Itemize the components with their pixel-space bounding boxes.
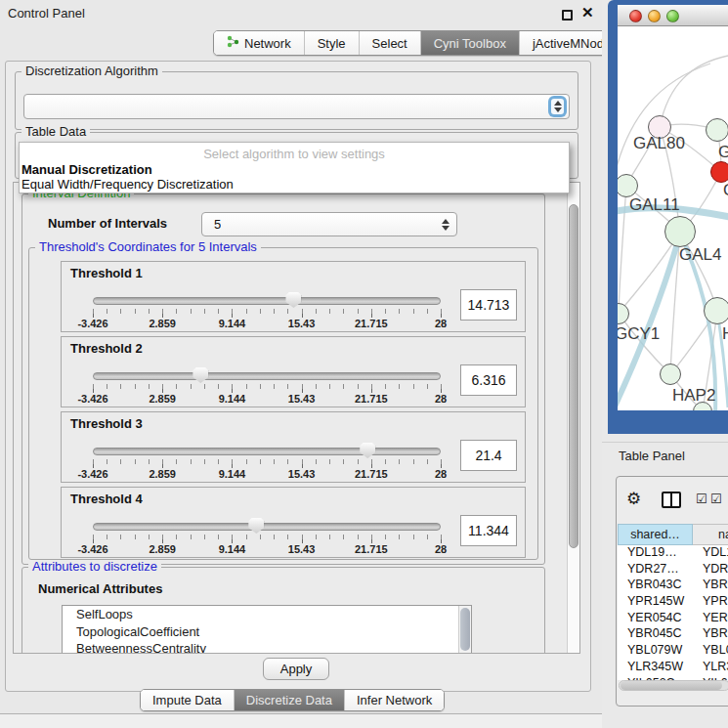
network-node-selected[interactable]: [710, 161, 728, 183]
table-row[interactable]: YLR345WYLR3: [618, 660, 728, 676]
cell-shared-name[interactable]: YDL19…: [618, 545, 693, 562]
cell-shared-name[interactable]: YBL079W: [618, 643, 693, 660]
threshold-slider-thumb[interactable]: [193, 367, 208, 383]
dropdown-option-manual-discretization[interactable]: Manual Discretization: [21, 162, 152, 177]
table-row[interactable]: YDR27…YDR2: [618, 562, 728, 578]
list-scrollbar-thumb[interactable]: [460, 608, 470, 651]
threshold-value-field[interactable]: 14.713: [460, 289, 517, 321]
threshold-row-2: Threshold 2 -3.4262.8599.14415.4321.7152…: [61, 336, 526, 407]
slider-tick-label: 9.144: [207, 318, 256, 329]
panel-divider: [602, 442, 728, 443]
combo-stepper[interactable]: [551, 99, 564, 114]
vertical-scrollbar-thumb[interactable]: [569, 204, 578, 548]
tab-infer-network[interactable]: Infer Network: [345, 690, 444, 710]
threshold-slider-thumb[interactable]: [248, 518, 264, 534]
tab-cyni-toolbox[interactable]: Cyni Toolbox: [421, 31, 520, 55]
table-row[interactable]: YBL079WYBL0: [618, 643, 728, 660]
tab-style[interactable]: Style: [305, 31, 360, 55]
table-row[interactable]: YPR145WYPR1: [618, 594, 728, 611]
network-node[interactable]: [664, 216, 696, 247]
cell-name[interactable]: YBL0: [693, 643, 728, 660]
tab-select[interactable]: Select: [360, 31, 421, 55]
cell-shared-name[interactable]: YER054C: [618, 611, 693, 627]
mac-close-icon[interactable]: [629, 10, 642, 22]
cell-name[interactable]: YDL1: [693, 545, 728, 562]
table-row[interactable]: YBR045CYBR0: [618, 626, 728, 643]
slider-tick-label: 2.859: [138, 318, 187, 329]
settings-scrollpane: Interval Definition Number of Intervals …: [13, 182, 580, 654]
threshold-slider-track[interactable]: [93, 523, 441, 531]
number-of-intervals-label: Number of Intervals: [48, 216, 167, 231]
threshold-slider-thumb[interactable]: [360, 443, 375, 458]
threshold-row-1: Threshold 1 -3.4262.8599.14415.4321.7152…: [61, 261, 526, 332]
network-node[interactable]: [704, 297, 728, 324]
table-row[interactable]: YER054CYER0: [618, 611, 728, 627]
column-header-name[interactable]: na: [693, 524, 728, 545]
threshold-label: Threshold 1: [70, 266, 143, 280]
tab-impute-data[interactable]: Impute Data: [141, 690, 235, 710]
threshold-slider-thumb[interactable]: [285, 292, 301, 308]
gear-icon[interactable]: ⚙: [626, 489, 641, 509]
numerical-attributes-list: SelfLoops TopologicalCoefficient Between…: [62, 605, 472, 654]
slider-tick-label: 9.144: [207, 468, 256, 480]
attributes-group: Attributes to discretize Numerical Attri…: [21, 567, 545, 654]
cell-shared-name[interactable]: YPR145W: [618, 594, 693, 611]
slider-tick-label: 21.715: [347, 393, 396, 405]
network-view-window: GAL80 GA C GAL11 GAL4 GCY1 H HAP2: [608, 0, 728, 434]
combo-stepper[interactable]: [439, 217, 451, 233]
algorithm-combobox[interactable]: [23, 94, 570, 119]
cell-name[interactable]: YLR3: [693, 660, 728, 676]
mac-minimize-icon[interactable]: [648, 10, 661, 22]
cell-name[interactable]: YDR2: [693, 562, 728, 578]
threshold-value-field[interactable]: 21.4: [460, 440, 517, 471]
checkbox-icon[interactable]: ☑: [710, 492, 722, 506]
tab-discretize-data[interactable]: Discretize Data: [235, 690, 345, 710]
threshold-label: Threshold 2: [70, 341, 143, 356]
group-label: Attributes to discretize: [28, 560, 161, 574]
slider-tick-label: 2.859: [138, 468, 187, 480]
cell-shared-name[interactable]: YDR27…: [618, 562, 693, 578]
close-icon[interactable]: ✕: [581, 4, 594, 21]
list-item[interactable]: SelfLoops: [63, 606, 471, 623]
checkbox-icon[interactable]: ☑: [696, 492, 707, 506]
network-node[interactable]: [660, 364, 681, 385]
dropdown-option-equal-width-frequency[interactable]: Equal Width/Frequency Discretization: [21, 177, 234, 192]
cell-shared-name[interactable]: YLR345W: [618, 660, 693, 676]
control-panel-window: Control Panel ✕ Network Style Select Cyn…: [0, 0, 602, 714]
mac-zoom-icon[interactable]: [666, 10, 679, 22]
list-item[interactable]: BetweennessCentrality: [63, 640, 471, 654]
table-row[interactable]: YDL19…YDL1: [618, 545, 728, 562]
split-columns-icon[interactable]: [662, 492, 681, 508]
threshold-value-field[interactable]: 6.316: [460, 364, 517, 396]
threshold-slider-track[interactable]: [93, 448, 441, 455]
apply-button[interactable]: Apply: [263, 658, 329, 680]
tab-network[interactable]: Network: [214, 31, 305, 55]
cell-name[interactable]: YBR0: [693, 578, 728, 594]
threshold-slider-track[interactable]: [93, 372, 441, 380]
cell-name[interactable]: YBR0: [693, 626, 728, 643]
cell-name[interactable]: YPR1: [693, 594, 728, 611]
control-panel-tabs: Network Style Select Cyni Toolbox jActiv…: [213, 30, 641, 56]
slider-tick-label: -3.426: [68, 318, 117, 329]
horizontal-scrollbar-thumb[interactable]: [621, 681, 722, 690]
column-header-shared-name[interactable]: shared…: [618, 524, 693, 545]
threshold-slider-track[interactable]: [93, 297, 441, 305]
cell-shared-name[interactable]: YBR045C: [618, 626, 693, 643]
list-scrollbar[interactable]: [458, 606, 471, 654]
float-window-icon[interactable]: [562, 10, 573, 21]
number-of-intervals-combobox[interactable]: 5: [201, 212, 457, 236]
table-row[interactable]: YBR043CYBR0: [618, 578, 728, 594]
network-node[interactable]: [706, 118, 728, 142]
horizontal-scrollbar[interactable]: [619, 680, 728, 691]
network-canvas[interactable]: GAL80 GA C GAL11 GAL4 GCY1 H HAP2: [618, 26, 728, 410]
list-item[interactable]: TopologicalCoefficient: [63, 623, 471, 641]
vertical-scrollbar[interactable]: [567, 183, 579, 653]
threshold-value-field[interactable]: 11.344: [460, 515, 517, 546]
cell-shared-name[interactable]: YBR043C: [618, 578, 693, 594]
table-header: shared… na: [618, 524, 728, 545]
slider-tick-label: 9.144: [207, 393, 256, 405]
control-panel-titlebar: Control Panel ✕: [0, 0, 602, 25]
cell-name[interactable]: YER0: [693, 611, 728, 627]
slider-tick-label: 21.715: [347, 318, 396, 329]
slider-minor-ticks: [93, 459, 442, 464]
